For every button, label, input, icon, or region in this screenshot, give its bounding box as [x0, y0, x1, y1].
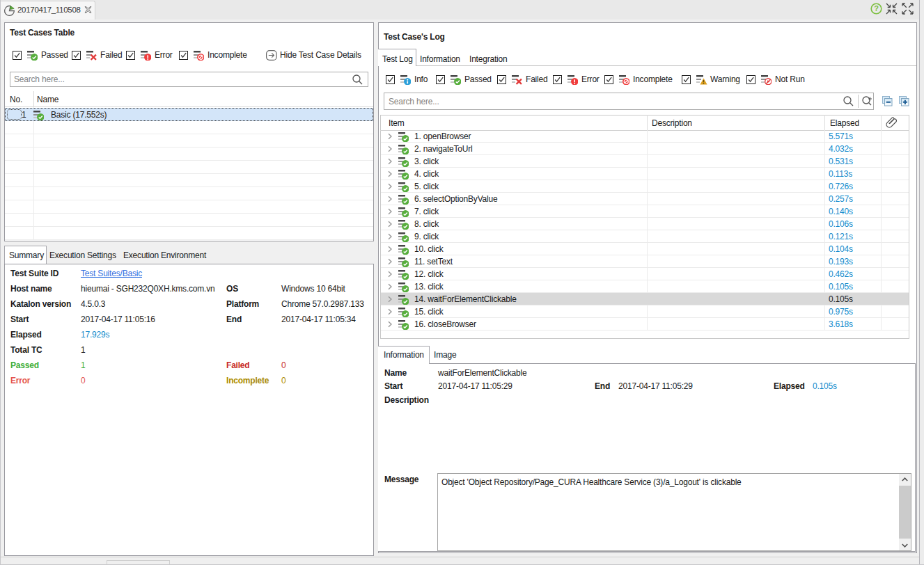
svg-text:?: ?: [874, 4, 879, 13]
